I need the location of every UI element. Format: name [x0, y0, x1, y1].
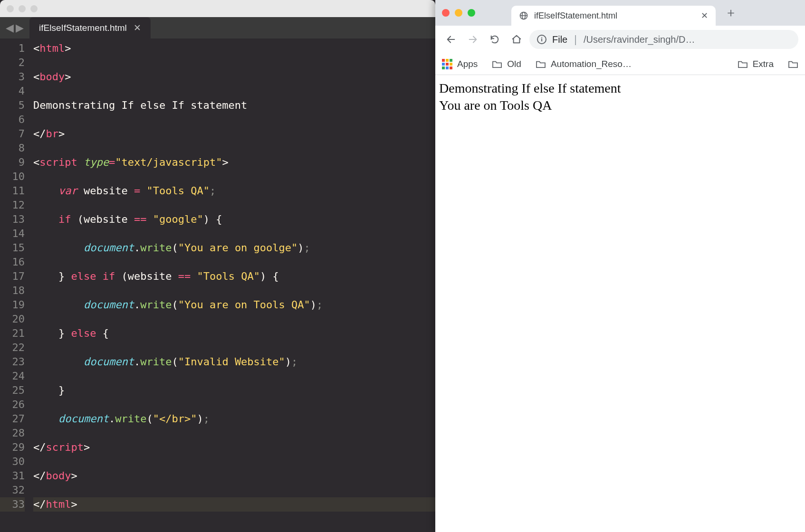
close-dot[interactable] [442, 9, 450, 17]
bookmark-label: Automation_Reso… [551, 59, 632, 69]
page-line-2: You are on Tools QA [439, 97, 801, 114]
bookmark-old[interactable]: Old [492, 59, 521, 69]
code-area[interactable]: 1234567891011121314151617181920212223242… [0, 38, 435, 532]
toolbar: i File | /Users/ravinder_singh/D… [435, 26, 805, 53]
address-path: /Users/ravinder_singh/D… [584, 34, 695, 45]
zoom-dot[interactable] [468, 9, 475, 17]
window-controls [7, 5, 38, 12]
code-line[interactable] [33, 141, 435, 155]
back-button[interactable] [442, 30, 460, 48]
nav-fwd-icon[interactable]: ▶ [16, 22, 24, 34]
bookmark-label: Apps [457, 59, 478, 69]
line-gutter: 1234567891011121314151617181920212223242… [0, 41, 33, 532]
bookmark-apps[interactable]: Apps [442, 59, 478, 69]
window-controls [442, 0, 508, 26]
code-content[interactable]: <html> <body> Demonstrating If else If s… [33, 41, 435, 532]
code-line[interactable] [33, 426, 435, 440]
bookmark-label: Extra [753, 59, 774, 69]
bookmarks-bar: Apps Old Automation_Reso… Extra [435, 53, 805, 75]
code-line[interactable]: <script type="text/javascript"> [33, 155, 435, 170]
code-line[interactable]: <html> [33, 41, 435, 56]
bookmark-extra[interactable]: Extra [738, 59, 774, 69]
code-line[interactable]: } else { [33, 326, 435, 341]
code-line[interactable] [33, 369, 435, 383]
browser-chrome: ifElseIfStatement.html ✕ ＋ [435, 0, 805, 75]
bookmark-label: Old [507, 59, 521, 69]
code-line[interactable]: </br> [33, 127, 435, 141]
folder-icon [536, 60, 546, 68]
page-line-1: Demonstrating If else If statement [439, 80, 801, 97]
forward-button[interactable] [464, 30, 482, 48]
bookmark-overflow[interactable] [788, 60, 798, 68]
code-line[interactable] [33, 56, 435, 70]
separator: | [573, 33, 578, 46]
folder-icon [492, 60, 502, 68]
code-line[interactable]: document.write("Invalid Website"); [33, 355, 435, 369]
code-line[interactable]: if (website == "google") { [33, 212, 435, 227]
code-line[interactable]: </script> [33, 440, 435, 455]
editor-tab-active[interactable]: ifElseIfStatement.html ✕ [29, 17, 151, 38]
code-line[interactable] [33, 483, 435, 497]
editor-window: ◀ ▶ ifElseIfStatement.html ✕ 12345678910… [0, 0, 435, 532]
globe-icon [519, 11, 528, 20]
home-button[interactable] [508, 30, 526, 48]
tab-strip: ifElseIfStatement.html ✕ ＋ [435, 0, 805, 26]
bookmark-automation[interactable]: Automation_Reso… [536, 59, 632, 69]
code-line[interactable] [33, 312, 435, 326]
page-viewport: Demonstrating If else If statement You a… [435, 75, 805, 532]
address-scheme: File [552, 34, 567, 45]
code-line[interactable] [33, 284, 435, 298]
editor-nav: ◀ ▶ [0, 22, 29, 34]
close-icon[interactable]: ✕ [134, 22, 141, 33]
zoom-dot[interactable] [30, 5, 38, 12]
code-line[interactable] [33, 198, 435, 212]
reload-icon [489, 34, 500, 45]
code-line[interactable] [33, 84, 435, 98]
new-tab-button[interactable]: ＋ [722, 4, 739, 21]
code-line[interactable]: </body> [33, 469, 435, 483]
code-line[interactable] [33, 227, 435, 241]
nav-back-icon[interactable]: ◀ [6, 22, 14, 34]
code-line[interactable] [33, 170, 435, 184]
code-line[interactable]: document.write("</br>"); [33, 412, 435, 426]
browser-tab-active[interactable]: ifElseIfStatement.html ✕ [511, 6, 716, 26]
code-line[interactable]: var website = "Tools QA"; [33, 184, 435, 198]
minimize-dot[interactable] [455, 9, 462, 17]
code-line[interactable] [33, 113, 435, 127]
code-line[interactable]: document.write("You are on Tools QA"); [33, 298, 435, 312]
code-line[interactable]: } [33, 383, 435, 398]
code-line[interactable]: Demonstrating If else If statement [33, 98, 435, 113]
browser-tab-title: ifElseIfStatement.html [534, 11, 617, 21]
home-icon [511, 34, 522, 45]
close-icon[interactable]: ✕ [701, 10, 708, 21]
code-line[interactable]: <body> [33, 70, 435, 84]
apps-icon [442, 59, 452, 69]
address-bar[interactable]: i File | /Users/ravinder_singh/D… [529, 30, 798, 49]
browser-window: ifElseIfStatement.html ✕ ＋ [435, 0, 805, 532]
close-dot[interactable] [7, 5, 14, 12]
code-line[interactable] [33, 398, 435, 412]
arrow-left-icon [446, 34, 456, 45]
code-line[interactable] [33, 341, 435, 355]
code-line[interactable]: document.write("You are on goolge"); [33, 241, 435, 255]
info-icon[interactable]: i [537, 35, 546, 44]
arrow-right-icon [468, 34, 478, 45]
editor-titlebar[interactable] [0, 0, 435, 17]
folder-icon [738, 60, 748, 68]
reload-button[interactable] [486, 30, 504, 48]
code-line[interactable]: </html> [33, 497, 435, 512]
folder-icon [788, 60, 798, 68]
editor-toolbar: ◀ ▶ ifElseIfStatement.html ✕ [0, 17, 435, 38]
code-line[interactable]: } else if (website == "Tools QA") { [33, 269, 435, 284]
minimize-dot[interactable] [19, 5, 26, 12]
editor-tab-title: ifElseIfStatement.html [39, 23, 127, 33]
code-line[interactable] [33, 455, 435, 469]
code-line[interactable] [33, 255, 435, 269]
